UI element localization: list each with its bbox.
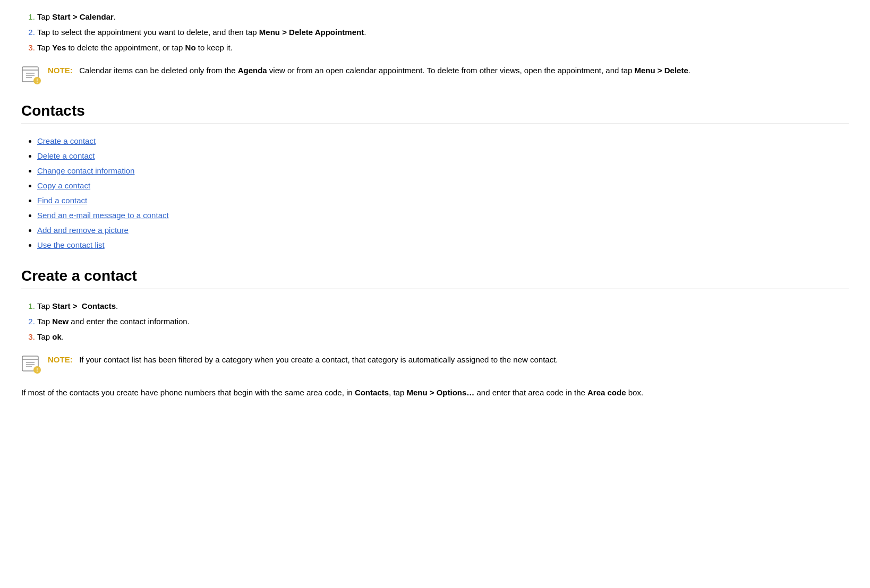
create-note-icon: ! [21,354,41,376]
create-note-label: NOTE: [48,355,73,364]
create-step-2: Tap New and enter the contact informatio… [37,315,849,328]
toc-item-change: Change contact information [37,165,849,177]
calendar-note-text: NOTE: Calendar items can be deleted only… [48,65,690,77]
create-contact-steps: Tap Start > Contacts. Tap New and enter … [37,300,849,343]
toc-item-picture: Add and remove a picture [37,224,849,237]
create-step-3: Tap ok. [37,331,849,343]
contacts-section: Contacts Create a contact Delete a conta… [21,102,849,252]
contacts-toc-list: Create a contact Delete a contact Change… [37,135,849,252]
toc-link-change[interactable]: Change contact information [37,166,134,175]
calendar-step-3: Tap Yes to delete the appointment, or ta… [37,41,849,54]
create-note-box: ! NOTE: If your contact list has been fi… [21,354,849,376]
contacts-divider [21,124,849,124]
toc-link-picture[interactable]: Add and remove a picture [37,226,129,235]
create-note-text: NOTE: If your contact list has been filt… [48,354,558,366]
toc-link-copy[interactable]: Copy a contact [37,181,90,190]
calendar-steps-list: Tap Start > Calendar. Tap to select the … [37,11,849,54]
toc-link-list[interactable]: Use the contact list [37,240,105,249]
bottom-paragraph: If most of the contacts you create have … [21,386,849,399]
toc-link-delete[interactable]: Delete a contact [37,151,95,160]
toc-item-delete: Delete a contact [37,150,849,162]
create-step-1: Tap Start > Contacts. [37,300,849,313]
create-contact-divider [21,289,849,289]
toc-link-email[interactable]: Send an e-mail message to a contact [37,211,169,220]
calendar-note-box: ! NOTE: Calendar items can be deleted on… [21,65,849,87]
create-contact-heading: Create a contact [21,267,849,284]
calendar-step-2: Tap to select the appointment you want t… [37,26,849,39]
svg-text:!: ! [36,78,38,84]
toc-item-create: Create a contact [37,135,849,148]
toc-link-create[interactable]: Create a contact [37,136,96,145]
toc-item-copy: Copy a contact [37,179,849,192]
toc-item-find: Find a contact [37,194,849,207]
calendar-step-1: Tap Start > Calendar. [37,11,849,23]
toc-item-email: Send an e-mail message to a contact [37,209,849,222]
calendar-steps-section: Tap Start > Calendar. Tap to select the … [21,11,849,54]
create-contact-section: Create a contact Tap Start > Contacts. T… [21,267,849,399]
svg-text:!: ! [36,367,38,373]
note-label: NOTE: [48,66,73,75]
toc-link-find[interactable]: Find a contact [37,196,87,205]
contacts-heading: Contacts [21,102,849,119]
note-icon: ! [21,65,41,87]
toc-item-list: Use the contact list [37,239,849,252]
